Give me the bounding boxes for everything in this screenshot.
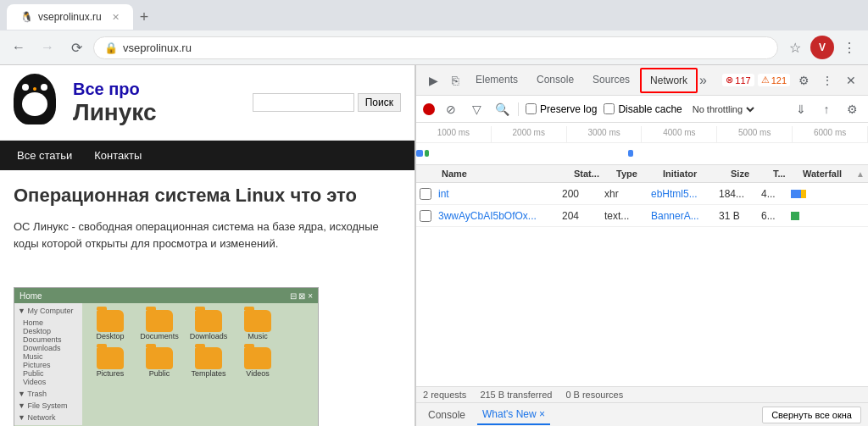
devtools-more-btn[interactable]: ⋮ [817, 70, 837, 91]
import-har-btn[interactable]: ⇓ [792, 100, 810, 119]
error-count: 117 [735, 75, 750, 86]
row-2-name[interactable]: 3wwAyCbAI5bOfOx... [435, 210, 559, 222]
disable-cache-checkbox[interactable] [604, 103, 615, 114]
folder-videos: Videos [236, 347, 279, 378]
url-display: vseprolinux.ru [123, 41, 767, 54]
back-btn[interactable]: ← [7, 36, 31, 59]
linux-window-controls: ⊟ ⊠ × [290, 291, 313, 301]
site-search-btn[interactable]: Поиск [358, 93, 401, 112]
export-har-btn[interactable]: ↑ [817, 100, 836, 119]
devtools-inspect-btn[interactable]: ▶ [423, 70, 443, 91]
header-waterfall: Waterfall ▲ [799, 169, 868, 179]
browser-chrome: 🐧 vseprolinux.ru ✕ + ← → ⟳ 🔒 vseprolinux… [0, 0, 868, 65]
devtools-tab-network[interactable]: Network [640, 68, 698, 93]
devtools-status-bar: 2 requests 215 B transferred 0 B resourc… [416, 386, 868, 402]
stop-btn[interactable]: ⊘ [442, 100, 460, 119]
devtools-close-btn[interactable]: ✕ [841, 70, 861, 91]
nav-contacts[interactable]: Контакты [84, 141, 152, 170]
row-1-name[interactable]: int [435, 188, 559, 200]
row-2-type: text... [601, 210, 648, 222]
preserve-log-checkbox[interactable] [526, 103, 537, 114]
devtools-settings-btn[interactable]: ⚙ [793, 70, 814, 91]
tick-4000: 4000 ms [642, 126, 717, 142]
header-name: Name [435, 169, 570, 179]
tux-logo [14, 74, 64, 131]
devtools-right-icons: ⊗ 117 ⚠ 121 ⚙ ⋮ ✕ [722, 70, 861, 91]
search-network-btn[interactable]: 🔍 [492, 100, 511, 119]
row-1-time: 4... [758, 188, 787, 200]
row-1-initiator[interactable]: ebHtml5... [648, 188, 715, 200]
settings-network-btn[interactable]: ⚙ [843, 100, 861, 119]
tab-favicon: 🐧 [20, 11, 33, 23]
timeline-bar-2 [425, 150, 429, 157]
table-row[interactable]: 3wwAyCbAI5bOfOx... 204 text... BannerA..… [416, 205, 868, 227]
header-checkbox-col [420, 169, 431, 179]
nav-bar: ← → ⟳ 🔒 vseprolinux.ru ☆ V ⋮ [0, 30, 868, 64]
preserve-log-label[interactable]: Preserve log [526, 103, 597, 115]
timeline-bars [416, 143, 868, 163]
row-1-status: 200 [559, 188, 601, 200]
tick-1000: 1000 ms [416, 126, 492, 142]
page-content: Операционная система Linux что это ОС Ли… [0, 170, 415, 280]
filter-btn[interactable]: ▽ [467, 100, 486, 119]
record-btn[interactable] [423, 103, 435, 115]
folder-pictures: Pictures [89, 347, 131, 378]
linux-file-grid: Desktop Documents Downloads Music [82, 303, 318, 425]
warning-badge: ⚠ 121 [758, 74, 790, 86]
devtools-bottom-bar: Console What's New × Свернуть все окна [416, 402, 868, 426]
error-badge: ⊗ 117 [722, 74, 754, 86]
devtools-more-tabs-icon[interactable]: » [699, 73, 707, 88]
devtools-tab-elements[interactable]: Elements [467, 69, 526, 92]
row-2-initiator[interactable]: BannerA... [648, 210, 715, 222]
tick-2000: 2000 ms [492, 126, 567, 142]
sort-arrow-icon[interactable]: ▲ [856, 169, 865, 179]
network-toolbar: ⊘ ▽ 🔍 Preserve log Disable cache No thro… [416, 96, 868, 123]
row-2-checkbox[interactable] [420, 210, 431, 222]
disable-cache-label[interactable]: Disable cache [604, 103, 682, 115]
table-row[interactable]: int 200 xhr ebHtml5... 184... 4... [416, 183, 868, 205]
nav-all-articles[interactable]: Все статьи [7, 141, 82, 170]
site-header: Все про Линукс Поиск [0, 65, 415, 141]
browser-right-icons: ☆ V ⋮ [783, 36, 861, 59]
bottom-tab-whats-new[interactable]: What's New × [477, 405, 550, 425]
warning-icon: ⚠ [761, 75, 770, 86]
reload-btn[interactable]: ⟳ [64, 36, 88, 59]
forward-btn[interactable]: → [36, 36, 59, 59]
site-title: Все про [73, 80, 157, 99]
preserve-log-text: Preserve log [540, 103, 597, 115]
profile-btn[interactable]: V [810, 36, 834, 59]
row-1-checkbox[interactable] [420, 188, 431, 200]
throttling-select[interactable]: No throttling [689, 103, 757, 115]
new-tab-btn[interactable]: + [133, 8, 156, 26]
waterfall-label: Waterfall [803, 169, 842, 179]
menu-btn[interactable]: ⋮ [837, 36, 861, 59]
page-text: ОС Линукс - свободная операционная систе… [14, 219, 401, 254]
site-nav: Все статьи Контакты [0, 141, 415, 170]
bottom-tab-console[interactable]: Console [423, 406, 470, 424]
tick-6000: 6000 ms [793, 126, 868, 142]
row-2-status: 204 [559, 210, 601, 222]
header-status: Stat... [570, 169, 613, 179]
toolbar-separator-1 [518, 102, 519, 116]
tab-close-icon[interactable]: ✕ [112, 12, 120, 23]
linux-file-sidebar: ▼ My Computer Home Desktop Documents Dow… [14, 303, 82, 425]
folder-music: Music [236, 310, 279, 340]
site-search-input[interactable] [253, 93, 354, 112]
header-size: Size [727, 169, 770, 179]
bytes-transferred: 215 B transferred [480, 390, 552, 400]
devtools-tab-console[interactable]: Console [528, 69, 582, 92]
folder-documents: Documents [138, 310, 181, 340]
folder-desktop: Desktop [89, 310, 131, 340]
collapse-all-btn[interactable]: Свернуть все окна [762, 407, 861, 423]
address-bar[interactable]: 🔒 vseprolinux.ru [93, 36, 778, 59]
devtools-tab-sources[interactable]: Sources [584, 69, 638, 92]
devtools-panel: ▶ ⎘ Elements Console Sources Network » ⊗… [415, 65, 868, 426]
webpage: Все про Линукс Поиск Все статьи Контакты… [0, 65, 415, 426]
bookmark-star-btn[interactable]: ☆ [783, 36, 807, 59]
browser-tab[interactable]: 🐧 vseprolinux.ru ✕ [7, 4, 133, 30]
devtools-device-btn[interactable]: ⎘ [445, 70, 465, 91]
site-subtitle: Линукс [73, 99, 157, 126]
header-initiator: Initiator [659, 169, 727, 179]
resources-size: 0 B resources [565, 390, 623, 400]
timeline-bar-1 [416, 150, 423, 157]
